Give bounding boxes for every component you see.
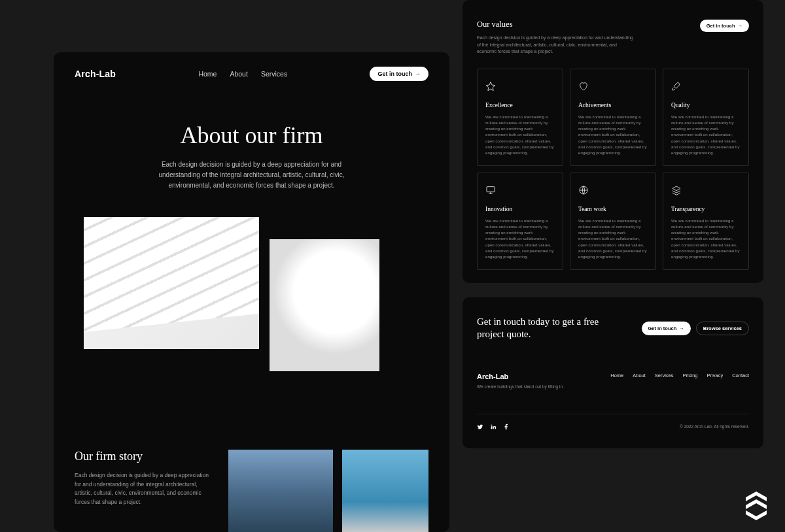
value-card-innovation: Innovation We are committed to maintaini… [477,173,563,270]
footer-panel: Get in touch today to get a free project… [462,297,763,448]
value-title: Innovation [485,206,555,212]
story-subtitle: Each design decision is guided by a deep… [75,471,215,507]
nav-services[interactable]: Services [261,70,287,78]
story-title: Our firm story [75,450,215,463]
footer-nav-pricing[interactable]: Pricing [683,373,698,378]
primary-nav: Home About Services [198,70,287,78]
values-title: Our values [477,20,634,29]
button-label: Get in touch [648,325,677,331]
facebook-icon[interactable] [503,421,510,433]
value-title: Quality [671,102,741,108]
value-body: We are committed to maintaining a cultur… [578,114,648,156]
button-label: Get in touch [706,23,735,29]
footer-brand[interactable]: Arch-Lab [477,373,564,380]
hero-subtitle: Each design decision is guided by a deep… [141,159,363,191]
get-in-touch-button[interactable]: Get in touch → [700,20,749,32]
footer-bottom: © 2022 Arch-Lab. All rights reserved. [477,414,749,433]
value-title: Team work [578,206,648,212]
story-image-1 [228,450,333,532]
star-icon [485,81,496,91]
layers-icon [671,185,682,195]
corner-logo-icon [741,489,772,523]
values-panel: Our values Each design decision is guide… [462,0,763,283]
nav-home[interactable]: Home [198,70,217,78]
value-card-excellence: Excellence We are committed to maintaini… [477,69,563,166]
globe-icon [578,185,589,195]
arrow-right-icon: → [679,325,684,331]
hero-image-1 [84,217,259,349]
hero: About our firm Each design decision is g… [54,95,449,191]
svg-rect-0 [487,186,495,191]
twitter-icon[interactable] [477,421,483,433]
value-title: Transparency [671,206,741,212]
value-card-transparency: Transparency We are committed to maintai… [663,173,749,270]
footer-nav-about[interactable]: About [633,373,646,378]
footer-nav: Home About Services Pricing Privacy Cont… [610,373,749,378]
browse-services-button[interactable]: Browse services [696,322,749,335]
header: Arch-Lab Home About Services Get in touc… [54,52,449,95]
monitor-icon [485,185,496,195]
copyright: © 2022 Arch-Lab. All rights reserved. [680,424,749,429]
arrow-right-icon: → [415,71,421,77]
get-in-touch-button[interactable]: Get in touch → [370,67,428,81]
value-body: We are committed to maintaining a cultur… [671,114,741,156]
social-links [477,421,510,433]
value-body: We are committed to maintaining a cultur… [485,114,555,156]
values-grid: Excellence We are committed to maintaini… [477,69,749,270]
get-in-touch-button[interactable]: Get in touch → [642,322,691,335]
value-body: We are committed to maintaining a cultur… [671,218,741,260]
footer-nav-privacy[interactable]: Privacy [707,373,724,378]
value-title: Excellence [485,102,555,108]
story-image-2 [342,450,428,532]
value-body: We are committed to maintaining a cultur… [485,218,555,260]
nav-about[interactable]: About [230,70,247,78]
value-card-teamwork: Team work We are committed to maintainin… [570,173,656,270]
story-section: Our firm story Each design decision is g… [54,371,449,532]
footer-tagline: We create buildings that stand out by fi… [477,384,564,389]
cta-section: Get in touch today to get a free project… [477,316,749,341]
rocket-icon [671,81,682,91]
linkedin-icon[interactable] [490,421,497,433]
footer-nav-services[interactable]: Services [655,373,674,378]
cta-title: Get in touch today to get a free project… [477,316,608,341]
value-body: We are committed to maintaining a cultur… [578,218,648,260]
hero-image-2 [270,239,379,371]
footer-top: Arch-Lab We create buildings that stand … [477,373,749,389]
value-title: Achivements [578,102,648,108]
brand-logo[interactable]: Arch-Lab [75,69,116,79]
value-card-quality: Quality We are committed to maintaining … [663,69,749,166]
heart-icon [578,81,589,91]
hero-title: About our firm [106,122,397,149]
values-subtitle: Each design decision is guided by a deep… [477,35,634,56]
footer-nav-contact[interactable]: Contact [732,373,749,378]
button-label: Browse services [703,325,742,331]
arrow-right-icon: → [738,23,743,29]
footer-nav-home[interactable]: Home [610,373,623,378]
button-label: Get in touch [377,71,412,77]
hero-images [54,191,449,371]
value-card-achievements: Achivements We are committed to maintain… [570,69,656,166]
about-panel: Arch-Lab Home About Services Get in touc… [54,52,449,532]
